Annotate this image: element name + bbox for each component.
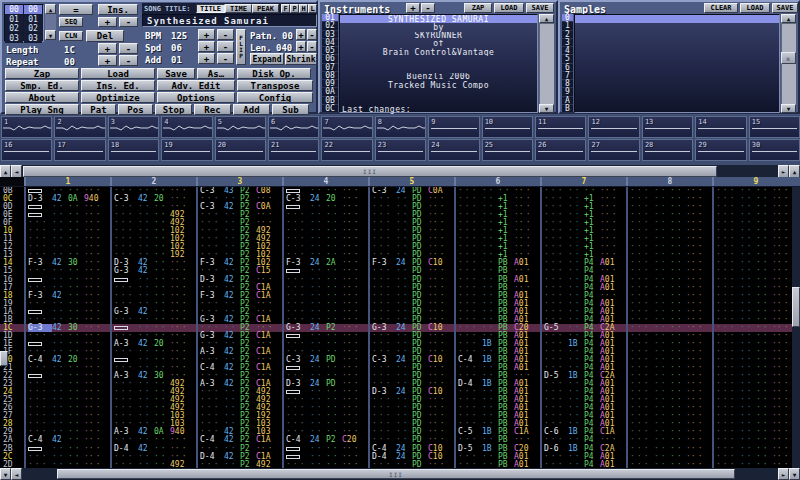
channel-header-8[interactable]: 8	[626, 177, 712, 186]
menu-save[interactable]: Save	[157, 68, 195, 79]
pattern-vscroll-track[interactable]	[792, 187, 800, 468]
order-cell[interactable]: 00	[24, 5, 42, 14]
tab-title[interactable]: TITLE	[196, 4, 225, 13]
scope-channel-21[interactable]: 21	[268, 139, 319, 161]
sample-scroll-down-button[interactable]: ▼	[781, 104, 796, 113]
menu-stop[interactable]: Stop	[155, 104, 192, 115]
instrument-name-list[interactable]: SYNTHESIZED SAMURAIbySKYRUNNERofBrain_Co…	[339, 14, 538, 113]
tab-peak[interactable]: PEAK	[252, 4, 279, 13]
sample-clear-button[interactable]: CLEAR	[704, 3, 738, 13]
scope-channel-17[interactable]: 17	[54, 139, 105, 161]
sample-name[interactable]	[575, 73, 779, 81]
order-equals-button[interactable]: =	[59, 4, 93, 15]
scope-channel-29[interactable]: 29	[695, 139, 746, 161]
scope-channel-4[interactable]: 4	[161, 116, 212, 138]
sample-number[interactable]: B	[562, 105, 573, 113]
instrument-number[interactable]: 0C	[322, 105, 338, 113]
order-scroll-up-button[interactable]: ▲	[45, 4, 56, 14]
pattern-left-scroll-thumb[interactable]	[0, 351, 8, 366]
pattern-expand-button[interactable]: ▼	[789, 468, 800, 480]
order-insert-button[interactable]: Ins.	[98, 4, 138, 15]
sample-name[interactable]	[575, 98, 779, 106]
menu-disk-op[interactable]: Disk Op.	[237, 68, 311, 79]
sample-name[interactable]	[575, 56, 779, 64]
menu-adv-edit[interactable]: Adv. Edit	[157, 80, 235, 91]
scope-channel-24[interactable]: 24	[428, 139, 479, 161]
scope-channel-30[interactable]: 30	[749, 139, 800, 161]
instrument-zap-button[interactable]: ZAP	[464, 3, 492, 13]
order-seq-button[interactable]: SEQ	[59, 17, 83, 27]
instrument-name[interactable]	[340, 89, 537, 97]
instrument-name[interactable]: Brain_Control&Vantage	[340, 48, 537, 56]
length-plus-button[interactable]: +	[98, 43, 117, 54]
scope-channel-1[interactable]: 1	[1, 116, 52, 138]
sample-name[interactable]	[575, 106, 779, 114]
menu-pos[interactable]: Pos	[118, 104, 153, 115]
scope-scroll-thumb[interactable]: III	[23, 166, 717, 177]
instrument-name[interactable]: by	[340, 23, 537, 31]
instrument-name[interactable]	[340, 65, 537, 73]
menu-rec[interactable]: Rec	[194, 104, 231, 115]
channel-header-5[interactable]: 5	[368, 177, 454, 186]
menu-sub[interactable]: Sub	[272, 104, 309, 115]
instrument-minus-button[interactable]: -	[421, 3, 435, 13]
channel-header-1[interactable]: 1	[24, 177, 110, 186]
pattern-scroll-thumb[interactable]: III	[57, 469, 735, 479]
instrument-name[interactable]: SYNTHESIZED SAMURAI	[340, 15, 537, 23]
menu-ins-ed[interactable]: Ins. Ed.	[81, 80, 155, 91]
sample-number-column[interactable]: 0123456789AB	[562, 14, 573, 113]
menu-zap[interactable]: Zap	[5, 68, 79, 79]
scope-channel-19[interactable]: 19	[161, 139, 212, 161]
sample-scroll-thumb[interactable]: ≡	[781, 52, 796, 64]
instrument-scroll-down-button[interactable]: ▼	[539, 104, 554, 113]
instrument-scroll-track[interactable]	[539, 23, 554, 104]
sample-name[interactable]	[575, 81, 779, 89]
channel-header-6[interactable]: 6	[454, 177, 540, 186]
order-cell[interactable]: 02	[5, 24, 23, 33]
order-scroll-down-button[interactable]: ▼	[45, 30, 56, 40]
repeat-plus-button[interactable]: +	[98, 55, 117, 66]
menu-load[interactable]: Load	[81, 68, 155, 79]
bpm-minus-button[interactable]: -	[217, 29, 234, 40]
scope-channel-27[interactable]: 27	[588, 139, 639, 161]
sample-name[interactable]	[575, 48, 779, 56]
patn-plus-button[interactable]: +	[296, 29, 306, 40]
order-cell[interactable]: 03	[24, 34, 42, 43]
channel-header-9[interactable]: 9	[712, 177, 798, 186]
menu-transpose[interactable]: Transpose	[237, 80, 313, 91]
menu-options[interactable]: Options	[157, 92, 235, 103]
scope-channel-2[interactable]: 2	[54, 116, 105, 138]
flag-h-button[interactable]: H	[299, 4, 308, 13]
scope-channel-22[interactable]: 22	[321, 139, 372, 161]
instrument-name[interactable]: SKYRUNNER	[340, 32, 537, 40]
menu-add[interactable]: Add	[233, 104, 270, 115]
instrument-name[interactable]: of	[340, 40, 537, 48]
scope-channel-26[interactable]: 26	[535, 139, 586, 161]
spd-minus-button[interactable]: -	[217, 41, 234, 52]
order-minus-button[interactable]: -	[119, 17, 138, 27]
expand-button[interactable]: Expand	[250, 53, 284, 65]
scope-channel-7[interactable]: 7	[321, 116, 372, 138]
flag-f-button[interactable]: F	[281, 4, 290, 13]
order-row[interactable]: 0000	[5, 5, 43, 15]
menu-as[interactable]: As…	[197, 68, 235, 79]
scope-channel-5[interactable]: 5	[215, 116, 266, 138]
instrument-save-button[interactable]: SAVE	[526, 3, 554, 13]
scope-channel-13[interactable]: 13	[642, 116, 693, 138]
order-cell[interactable]: 00	[5, 5, 23, 14]
sample-name[interactable]	[575, 89, 779, 97]
scope-channel-10[interactable]: 10	[482, 116, 533, 138]
sample-name[interactable]	[575, 15, 779, 23]
sample-name[interactable]	[575, 65, 779, 73]
order-row[interactable]: 0303	[5, 34, 43, 44]
pattern-editor[interactable]: 0B·················C-343P2C08·······C-32…	[0, 187, 800, 468]
scope-channel-16[interactable]: 16	[1, 139, 52, 161]
channel-header-2[interactable]: 2	[110, 177, 196, 186]
scope-channel-28[interactable]: 28	[642, 139, 693, 161]
instrument-name[interactable]: Buenzli 2006	[340, 73, 537, 81]
patn-minus-button[interactable]: -	[307, 29, 317, 40]
order-cell[interactable]: 03	[5, 34, 23, 43]
scope-channel-23[interactable]: 23	[375, 139, 426, 161]
sample-load-button[interactable]: LOAD	[740, 3, 770, 13]
flag-p-button[interactable]: P	[290, 4, 299, 13]
